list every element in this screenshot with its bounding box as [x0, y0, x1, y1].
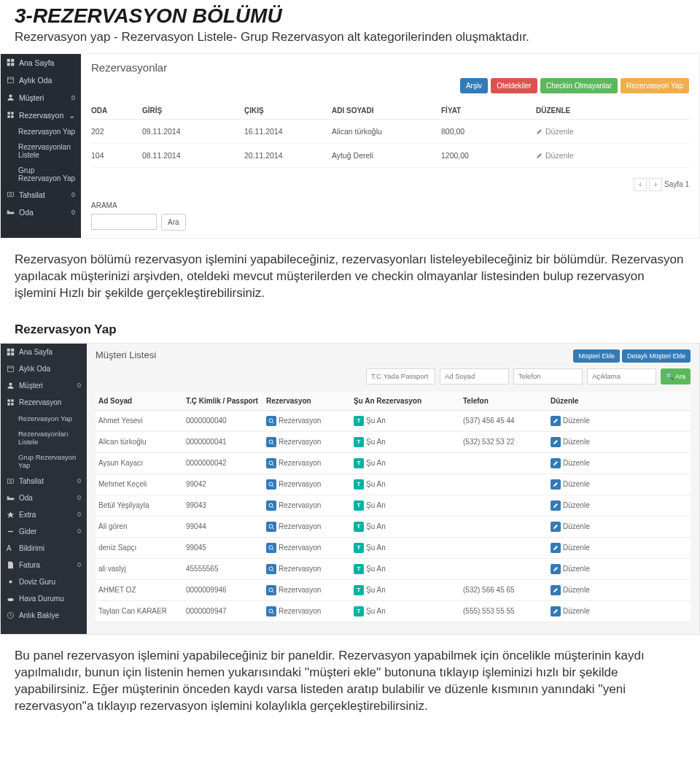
pencil-icon: [536, 128, 542, 134]
sidebar-item-tahsilat[interactable]: Tahsilat 0: [1, 186, 81, 204]
sidebar-item-oda[interactable]: Oda 0: [1, 490, 87, 506]
paragraph: Bu panel rezervasyon işlemini yapabilece…: [15, 648, 685, 715]
cell-rez-button[interactable]: Rezervasyon: [266, 437, 354, 447]
sidebar-sub-rez-listele[interactable]: Rezervasyonları Listele: [1, 426, 87, 449]
cell-suan-button[interactable]: TŞu An: [354, 564, 463, 574]
cell-edit-button[interactable]: Düzenle: [551, 564, 623, 574]
archive-button[interactable]: Arşiv: [460, 78, 488, 93]
cell-edit-button[interactable]: Düzenle: [551, 479, 623, 490]
sidebar-item-doviz[interactable]: Doviz Guru: [1, 573, 87, 590]
cell-ad: AHMET OZ: [98, 586, 186, 594]
cell-edit-button[interactable]: Düzenle: [551, 522, 623, 532]
edit-button[interactable]: Düzenle: [536, 151, 616, 160]
cell-rez-button[interactable]: Rezervasyon: [266, 479, 354, 490]
add-reservation-button[interactable]: Rezervasyon Yap: [621, 78, 689, 93]
cell-suan-button[interactable]: TŞu An: [354, 606, 463, 616]
cell-fiyat: 1200,00: [441, 151, 536, 160]
sidebar-item-gider[interactable]: Gider 0: [1, 523, 87, 540]
cell-rez-button[interactable]: Rezervasyon: [266, 522, 354, 532]
cell-suan-button[interactable]: TŞu An: [354, 522, 463, 532]
svg-line-40: [273, 464, 274, 465]
svg-point-12: [9, 194, 12, 196]
filter-tc[interactable]: [366, 368, 435, 384]
cell-rez-button[interactable]: Rezervasyon: [266, 500, 354, 511]
cell-edit-button[interactable]: Düzenle: [551, 458, 623, 468]
next-page-button[interactable]: ›: [649, 178, 662, 191]
filter-tel[interactable]: [513, 368, 583, 384]
edit-label: Düzenle: [563, 565, 590, 573]
svg-rect-25: [11, 403, 13, 405]
guests-button[interactable]: Oteldekiler: [491, 78, 537, 93]
badge: 0: [77, 561, 81, 568]
cell-suan-button[interactable]: TŞu An: [354, 458, 463, 468]
edit-label: Düzenle: [563, 586, 590, 594]
sidebar-item-oda[interactable]: Oda 0: [1, 204, 81, 221]
cell-tc: 99042: [186, 480, 266, 488]
cell-edit-button[interactable]: Düzenle: [551, 543, 623, 553]
filter-ack[interactable]: [587, 368, 656, 384]
info-icon: T: [354, 437, 364, 447]
sidebar-item-fatura[interactable]: Fatura 0: [1, 557, 87, 573]
cell-rez-button[interactable]: Rezervasyon: [266, 458, 354, 468]
add-customer-detail-button[interactable]: Detaylı Müşteri Ekle: [622, 349, 691, 363]
cell-rez-button[interactable]: Rezervasyon: [266, 416, 354, 426]
cell-suan-button[interactable]: TŞu An: [354, 500, 463, 511]
info-icon: T: [354, 416, 364, 426]
cell-cikis: 16.11.2014: [244, 127, 332, 136]
sidebar-item-bakiye[interactable]: Anlık Bakiye: [1, 607, 87, 624]
pencil-icon: [551, 500, 561, 511]
cell-tc: 0000000040: [186, 417, 266, 425]
sidebar-item-reservation[interactable]: Rezervasyon: [1, 394, 87, 411]
cell-edit-button[interactable]: Düzenle: [551, 500, 623, 511]
filter-ad[interactable]: [440, 368, 509, 384]
sidebar-item-home[interactable]: Ana Sayfa: [1, 344, 87, 360]
cell-edit-button[interactable]: Düzenle: [551, 606, 623, 616]
svg-point-43: [269, 503, 273, 507]
noncheckin-button[interactable]: Checkin Olmayanlar: [540, 78, 618, 93]
svg-rect-0: [7, 59, 10, 62]
cell-rez-button[interactable]: Rezervasyon: [266, 564, 354, 574]
sidebar-sub-rez-listele[interactable]: Rezervasyonları Listele: [1, 139, 81, 163]
cell-rez-button[interactable]: Rezervasyon: [266, 585, 354, 595]
cell-edit-button[interactable]: Düzenle: [551, 437, 623, 447]
pencil-icon: [551, 437, 561, 447]
cell-edit-button[interactable]: Düzenle: [551, 416, 623, 426]
search-input[interactable]: [91, 214, 157, 230]
cell-edit-button[interactable]: Düzenle: [551, 585, 623, 595]
sidebar-item-reservation[interactable]: Rezervasyon ⌄: [1, 107, 81, 124]
pencil-icon: [551, 543, 561, 553]
cell-suan-button[interactable]: TŞu An: [354, 585, 463, 595]
sidebar-sub-grup-rez[interactable]: Grup Rezervasyon Yap: [1, 449, 87, 473]
sidebar-item-monthly[interactable]: Aylık Oda: [1, 360, 87, 377]
cell-fiyat: 800,00: [441, 127, 536, 136]
cell-oda: 202: [91, 127, 142, 136]
sidebar-sub-grup-rez[interactable]: Grup Rezervasyon Yap: [1, 163, 81, 186]
cell-suan-button[interactable]: TŞu An: [354, 479, 463, 490]
sidebar-item-customer[interactable]: Müşteri 0: [1, 89, 81, 107]
sidebar-sub-rez-yap[interactable]: Rezervasyon Yap: [1, 124, 81, 139]
sidebar-item-monthly[interactable]: Aylık Oda: [1, 71, 81, 89]
sidebar-sub-rez-yap[interactable]: Rezervasyon Yap: [1, 411, 87, 426]
sidebar-item-bildirim[interactable]: A Bildirimi: [1, 540, 87, 557]
sidebar-item-tahsilat[interactable]: Tahsilat 0: [1, 473, 87, 490]
add-customer-button[interactable]: Müşteri Ekle: [573, 349, 620, 363]
prev-page-button[interactable]: ‹: [634, 178, 647, 191]
cell-rez-button[interactable]: Rezervasyon: [266, 543, 354, 553]
cell-suan-button[interactable]: TŞu An: [354, 437, 463, 447]
search-button[interactable]: Ara: [161, 214, 186, 231]
edit-button[interactable]: Düzenle: [536, 127, 616, 136]
pencil-icon: [551, 416, 561, 426]
sidebar-item-hava[interactable]: Hava Durumu: [1, 590, 87, 607]
filter-search-button[interactable]: 🔍 Ara: [661, 368, 691, 384]
cell-suan-button[interactable]: TŞu An: [354, 543, 463, 553]
svg-rect-4: [7, 78, 13, 84]
sidebar-item-extra[interactable]: Extra 0: [1, 506, 87, 523]
sidebar-item-customer[interactable]: Müşteri 0: [1, 377, 87, 394]
cell-suan-button[interactable]: TŞu An: [354, 416, 463, 426]
info-icon: T: [354, 564, 364, 574]
suan-label: Şu An: [366, 480, 386, 488]
top-buttons: Arşiv Oteldekiler Checkin Olmayanlar Rez…: [91, 78, 689, 93]
minus-icon: [7, 527, 15, 536]
sidebar-item-home[interactable]: Ana Sayfa: [1, 54, 81, 71]
cell-rez-button[interactable]: Rezervasyon: [266, 606, 354, 616]
